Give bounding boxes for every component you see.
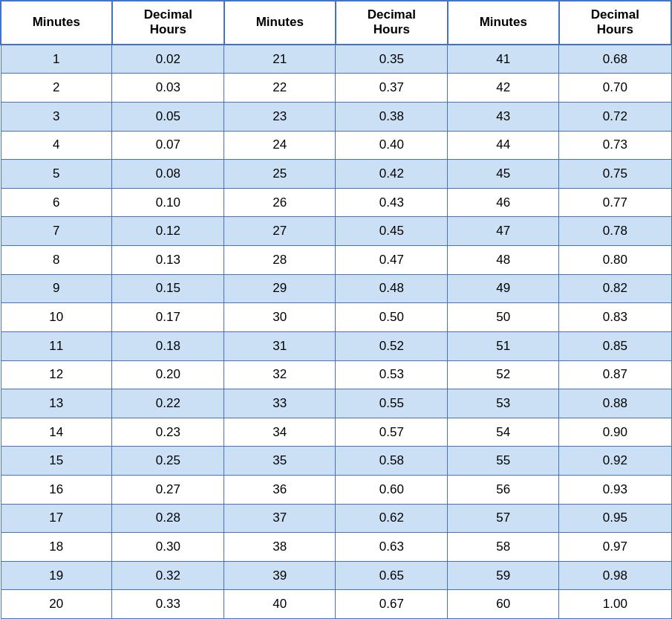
table-cell: 24 bbox=[224, 131, 336, 160]
table-cell: 0.15 bbox=[112, 274, 224, 303]
table-cell: 0.02 bbox=[112, 45, 224, 74]
table-cell: 0.72 bbox=[559, 103, 671, 132]
table-cell: 56 bbox=[448, 475, 559, 504]
table-cell: 34 bbox=[224, 418, 336, 447]
table-cell: 0.22 bbox=[112, 389, 224, 418]
table-cell: 0.23 bbox=[112, 418, 224, 447]
table-cell: 0.98 bbox=[559, 561, 671, 590]
table-cell: 0.30 bbox=[112, 533, 224, 562]
table-row: 180.30380.63580.97 bbox=[1, 533, 671, 562]
table-cell: 0.65 bbox=[336, 561, 448, 590]
table-cell: 31 bbox=[224, 331, 336, 360]
table-cell: 0.88 bbox=[559, 389, 671, 418]
table-cell: 0.95 bbox=[559, 504, 671, 533]
table-cell: 0.62 bbox=[336, 504, 448, 533]
table-row: 30.05230.38430.72 bbox=[1, 103, 671, 132]
table-row: 70.12270.45470.78 bbox=[1, 217, 671, 246]
table-cell: 0.85 bbox=[559, 331, 671, 360]
table-cell: 21 bbox=[224, 45, 336, 74]
table-cell: 52 bbox=[448, 360, 559, 389]
table-cell: 57 bbox=[448, 504, 559, 533]
table-cell: 0.08 bbox=[112, 160, 224, 189]
col-header-decimal-hours-1: DecimalHours bbox=[112, 1, 224, 45]
table-cell: 0.18 bbox=[112, 331, 224, 360]
table-cell: 0.58 bbox=[336, 447, 448, 476]
table-cell: 22 bbox=[224, 74, 336, 103]
table-cell: 20 bbox=[1, 590, 112, 619]
table-cell: 9 bbox=[1, 274, 112, 303]
table-cell: 0.70 bbox=[559, 74, 671, 103]
table-cell: 0.33 bbox=[112, 590, 224, 619]
table-cell: 32 bbox=[224, 360, 336, 389]
table-cell: 0.12 bbox=[112, 217, 224, 246]
table-cell: 0.60 bbox=[336, 475, 448, 504]
table-cell: 4 bbox=[1, 131, 112, 160]
table-cell: 13 bbox=[1, 389, 112, 418]
table-cell: 0.47 bbox=[336, 246, 448, 275]
table-cell: 39 bbox=[224, 561, 336, 590]
table-cell: 0.97 bbox=[559, 533, 671, 562]
table-cell: 30 bbox=[224, 303, 336, 332]
table-cell: 0.53 bbox=[336, 360, 448, 389]
conversion-table: Minutes DecimalHours Minutes DecimalHour… bbox=[0, 0, 672, 619]
table-cell: 41 bbox=[448, 45, 559, 74]
table-cell: 33 bbox=[224, 389, 336, 418]
table-body: 10.02210.35410.6820.03220.37420.7030.052… bbox=[1, 45, 671, 619]
table-row: 80.13280.47480.80 bbox=[1, 246, 671, 275]
table-cell: 0.43 bbox=[336, 188, 448, 217]
table-cell: 0.10 bbox=[112, 188, 224, 217]
table-cell: 0.55 bbox=[336, 389, 448, 418]
table-cell: 0.32 bbox=[112, 561, 224, 590]
table-cell: 0.35 bbox=[336, 45, 448, 74]
table-cell: 29 bbox=[224, 274, 336, 303]
table-cell: 0.87 bbox=[559, 360, 671, 389]
table-cell: 17 bbox=[1, 504, 112, 533]
table-cell: 25 bbox=[224, 160, 336, 189]
table-header-row: Minutes DecimalHours Minutes DecimalHour… bbox=[1, 1, 671, 45]
table-cell: 5 bbox=[1, 160, 112, 189]
table-cell: 42 bbox=[448, 74, 559, 103]
table-cell: 12 bbox=[1, 360, 112, 389]
table-cell: 55 bbox=[448, 447, 559, 476]
table-row: 40.07240.40440.73 bbox=[1, 131, 671, 160]
table-cell: 2 bbox=[1, 74, 112, 103]
table-cell: 0.25 bbox=[112, 447, 224, 476]
col-header-minutes-2: Minutes bbox=[224, 1, 336, 45]
table-cell: 0.28 bbox=[112, 504, 224, 533]
table-cell: 0.17 bbox=[112, 303, 224, 332]
table-cell: 0.37 bbox=[336, 74, 448, 103]
table-cell: 1.00 bbox=[559, 590, 671, 619]
table-cell: 53 bbox=[448, 389, 559, 418]
table-cell: 0.75 bbox=[559, 160, 671, 189]
table-cell: 0.80 bbox=[559, 246, 671, 275]
table-cell: 36 bbox=[224, 475, 336, 504]
table-cell: 23 bbox=[224, 103, 336, 132]
table-row: 150.25350.58550.92 bbox=[1, 447, 671, 476]
table-cell: 7 bbox=[1, 217, 112, 246]
table-row: 60.10260.43460.77 bbox=[1, 188, 671, 217]
table-row: 100.17300.50500.83 bbox=[1, 303, 671, 332]
table-cell: 0.48 bbox=[336, 274, 448, 303]
table-cell: 0.07 bbox=[112, 131, 224, 160]
table-cell: 19 bbox=[1, 561, 112, 590]
table-cell: 0.13 bbox=[112, 246, 224, 275]
table-cell: 60 bbox=[448, 590, 559, 619]
table-cell: 47 bbox=[448, 217, 559, 246]
table-row: 120.20320.53520.87 bbox=[1, 360, 671, 389]
table-cell: 49 bbox=[448, 274, 559, 303]
table-cell: 0.78 bbox=[559, 217, 671, 246]
table-row: 170.28370.62570.95 bbox=[1, 504, 671, 533]
table-cell: 0.77 bbox=[559, 188, 671, 217]
table-cell: 37 bbox=[224, 504, 336, 533]
table-row: 130.22330.55530.88 bbox=[1, 389, 671, 418]
table-cell: 0.27 bbox=[112, 475, 224, 504]
table-cell: 38 bbox=[224, 533, 336, 562]
col-header-minutes-3: Minutes bbox=[448, 1, 559, 45]
table-cell: 0.82 bbox=[559, 274, 671, 303]
col-header-minutes-1: Minutes bbox=[1, 1, 112, 45]
table-row: 200.33400.67601.00 bbox=[1, 590, 671, 619]
table-cell: 11 bbox=[1, 331, 112, 360]
table-cell: 0.20 bbox=[112, 360, 224, 389]
table-row: 160.27360.60560.93 bbox=[1, 475, 671, 504]
table-row: 50.08250.42450.75 bbox=[1, 160, 671, 189]
